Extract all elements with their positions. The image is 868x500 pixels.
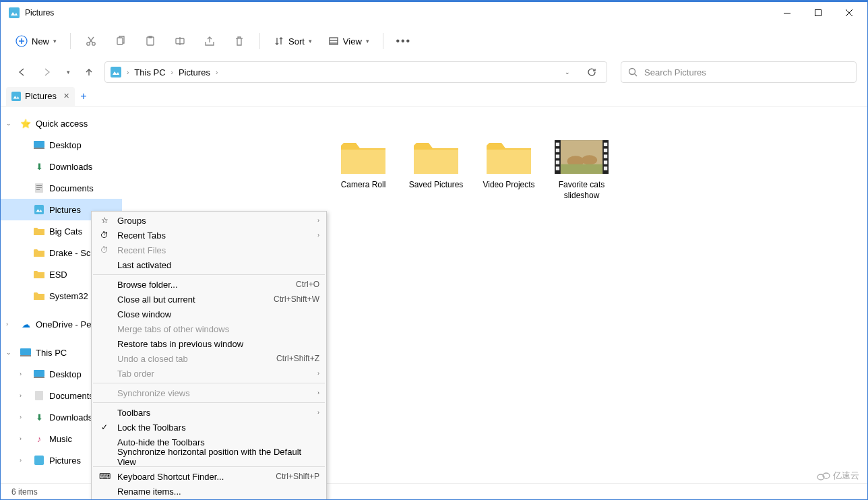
sidebar-quick-access[interactable]: ⌄⭐Quick access <box>1 113 122 134</box>
download-icon: ⬇ <box>33 412 45 423</box>
folder-camera-roll[interactable]: Camera Roll <box>330 134 397 204</box>
search-placeholder: Search Pictures <box>644 67 706 77</box>
sidebar-desktop[interactable]: Desktop <box>1 134 122 156</box>
window-title: Pictures <box>25 8 772 18</box>
folder-icon <box>33 292 45 300</box>
pictures-icon <box>33 456 45 465</box>
svg-rect-0 <box>9 7 20 18</box>
new-tab-button[interactable]: + <box>75 88 92 105</box>
share-button[interactable] <box>196 29 223 53</box>
title-bar: Pictures <box>1 2 867 24</box>
main-area: ⌄⭐Quick access Desktop ⬇Downloads Docume… <box>1 107 867 483</box>
menu-keyboard-shortcut-finder[interactable]: ⌨Keyboard Shortcut Finder...Ctrl+Shift+P <box>92 469 326 484</box>
cloud-icon: ☁ <box>20 319 32 330</box>
file-favorite-cats[interactable]: Favorite cats slideshow <box>548 134 615 204</box>
up-button[interactable] <box>79 62 99 82</box>
svg-rect-35 <box>20 348 31 355</box>
tab-pictures[interactable]: Pictures ✕ <box>6 87 75 106</box>
item-count: 6 items <box>11 487 38 497</box>
sidebar-documents[interactable]: Documents <box>1 177 122 199</box>
svg-rect-25 <box>11 92 21 101</box>
svg-rect-2 <box>784 13 790 13</box>
menu-restore-tabs[interactable]: Restore tabs in previous window <box>92 336 326 351</box>
menu-lock-toolbars[interactable]: ✓Lock the Toolbars <box>92 420 326 435</box>
svg-rect-40 <box>34 456 44 465</box>
star-icon: ☆ <box>98 216 111 225</box>
menu-separator <box>93 274 325 275</box>
back-button[interactable] <box>11 62 32 82</box>
menu-rename-items[interactable]: Rename items... <box>92 484 326 499</box>
forward-button[interactable] <box>37 62 57 82</box>
chevron-right-icon: › <box>317 217 319 224</box>
address-bar[interactable]: › This PC › Pictures › ⌄ <box>104 61 607 83</box>
rename-button[interactable] <box>166 29 193 53</box>
minimize-button[interactable] <box>772 2 803 24</box>
folder-saved-pictures[interactable]: Saved Pictures <box>402 134 470 204</box>
sidebar-downloads[interactable]: ⬇Downloads <box>1 156 122 177</box>
svg-rect-53 <box>604 166 607 170</box>
svg-rect-48 <box>556 166 559 170</box>
refresh-button[interactable] <box>582 67 601 77</box>
breadcrumb-current[interactable]: Pictures <box>179 67 210 77</box>
svg-rect-15 <box>149 36 152 38</box>
svg-point-56 <box>582 155 597 164</box>
menu-browse-folder[interactable]: Browse folder...Ctrl+O <box>92 277 326 292</box>
chevron-right-icon: › <box>317 409 319 416</box>
breadcrumb-root[interactable]: This PC <box>134 67 165 77</box>
svg-rect-44 <box>556 143 559 146</box>
svg-rect-31 <box>36 187 42 188</box>
svg-rect-46 <box>556 154 559 158</box>
search-icon <box>628 67 638 77</box>
menu-groups[interactable]: ☆Groups› <box>92 213 326 228</box>
search-box[interactable]: Search Pictures <box>621 61 857 83</box>
more-button[interactable]: ••• <box>390 29 417 53</box>
breadcrumb-sep: › <box>171 69 173 76</box>
cut-button[interactable] <box>78 29 104 53</box>
menu-close-all-but-current[interactable]: Close all but currentCtrl+Shift+W <box>92 292 326 307</box>
menu-last-activated[interactable]: Last activated <box>92 257 326 272</box>
pictures-icon <box>111 67 121 77</box>
menu-toolbars[interactable]: Toolbars› <box>92 405 326 420</box>
folder-icon <box>482 137 536 177</box>
menu-sync-horizontal[interactable]: Synchronize horizontal position with the… <box>92 449 326 464</box>
svg-rect-30 <box>36 185 42 186</box>
document-icon <box>33 183 45 193</box>
new-button[interactable]: New ▾ <box>9 29 63 53</box>
tab-close-icon[interactable]: ✕ <box>63 92 69 100</box>
svg-rect-50 <box>604 149 607 152</box>
sort-button[interactable]: Sort ▾ <box>267 29 319 53</box>
chevron-right-icon: › <box>317 232 319 239</box>
close-button[interactable] <box>834 2 865 24</box>
delete-button[interactable] <box>226 29 253 53</box>
maximize-button[interactable] <box>803 2 834 24</box>
svg-rect-21 <box>111 67 121 77</box>
menu-recent-tabs[interactable]: ⏱Recent Tabs› <box>92 228 326 243</box>
new-label: New <box>32 36 49 46</box>
music-icon: ♪ <box>33 434 45 444</box>
menu-merge-tabs: Merge tabs of other windows <box>92 321 326 336</box>
desktop-icon <box>33 370 45 378</box>
svg-rect-39 <box>35 391 43 400</box>
recent-dropdown[interactable]: ▾ <box>63 62 73 82</box>
view-button[interactable]: View ▾ <box>321 29 376 53</box>
toolbar: New ▾ Sort ▾ View ▾ ••• <box>1 24 867 59</box>
menu-close-window[interactable]: Close window <box>92 307 326 321</box>
video-thumbnail <box>555 137 609 177</box>
desktop-icon <box>33 141 45 149</box>
pc-icon <box>20 348 32 356</box>
chevron-right-icon: › <box>317 370 319 377</box>
svg-point-23 <box>629 69 636 75</box>
chevron-down-icon: ▾ <box>53 38 57 44</box>
download-icon: ⬇ <box>33 162 45 172</box>
toolbar-separator <box>70 33 71 49</box>
copy-button[interactable] <box>107 29 134 53</box>
address-dropdown[interactable]: ⌄ <box>558 69 577 75</box>
svg-rect-36 <box>20 355 31 356</box>
pictures-icon <box>33 205 45 214</box>
svg-rect-27 <box>34 141 44 148</box>
keyboard-icon: ⌨ <box>98 472 111 481</box>
paste-button[interactable] <box>137 29 164 53</box>
nav-bar: ▾ › This PC › Pictures › ⌄ Search Pictur… <box>1 59 867 86</box>
menu-separator <box>93 402 325 403</box>
folder-video-projects[interactable]: Video Projects <box>475 134 542 204</box>
